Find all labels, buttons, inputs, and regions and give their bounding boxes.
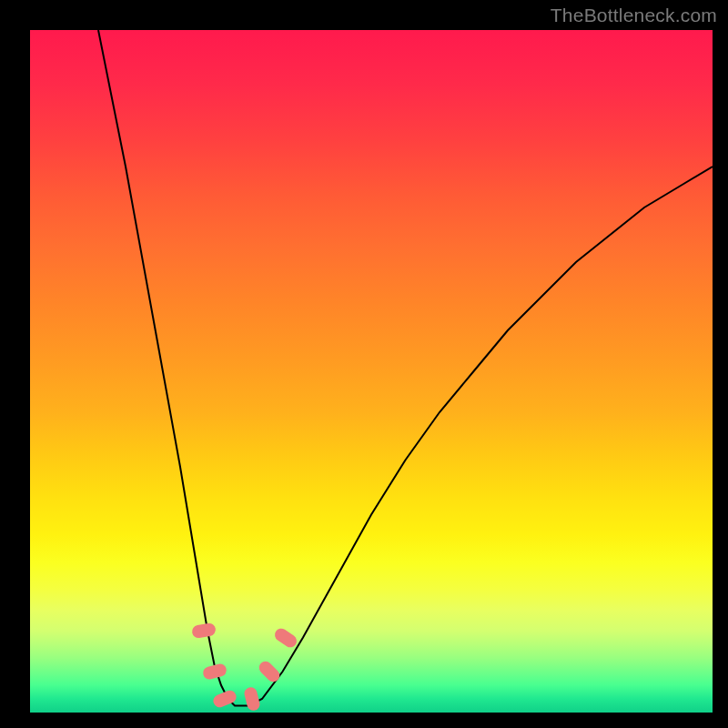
plot-area: [30, 30, 713, 713]
watermark-text: TheBottleneck.com: [551, 5, 717, 26]
marker-layer: [30, 30, 713, 713]
outer-frame: TheBottleneck.com: [0, 0, 728, 728]
curve-marker: [201, 662, 228, 681]
curve-marker: [256, 659, 281, 684]
curve-marker: [191, 622, 217, 639]
curve-marker: [273, 625, 299, 649]
curve-marker: [211, 689, 238, 710]
curve-marker: [243, 686, 261, 713]
